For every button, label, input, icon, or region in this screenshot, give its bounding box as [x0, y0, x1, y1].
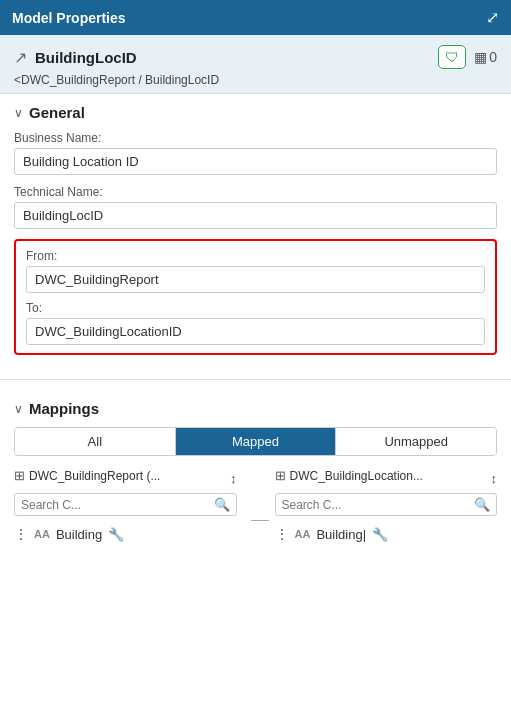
right-table-icon: ⊞ — [275, 468, 286, 483]
business-name-label: Business Name: — [14, 131, 497, 145]
from-to-box: From: To: — [14, 239, 497, 355]
grid-count: 0 — [489, 49, 497, 65]
technical-name-label: Technical Name: — [14, 185, 497, 199]
panel-title: Model Properties — [12, 10, 126, 26]
left-sort-icon[interactable]: ↕ — [230, 471, 237, 486]
model-properties-panel: Model Properties ⤢ ↗ BuildingLocID 🛡 ▦ 0… — [0, 0, 511, 720]
technical-name-group: Technical Name: — [14, 185, 497, 229]
entity-actions: 🛡 ▦ 0 — [438, 45, 497, 69]
right-column: ⊞ DWC_BuildingLocation... ↕ 🔍 ⋮ AA Build… — [275, 468, 498, 546]
panel-header: Model Properties ⤢ — [0, 0, 511, 35]
general-section-title: General — [29, 104, 85, 121]
mappings-section-title: Mappings — [29, 400, 99, 417]
mappings-chevron-icon: ∨ — [14, 402, 23, 416]
mapping-columns: ⊞ DWC_BuildingReport (... ↕ 🔍 ⋮ AA Build… — [14, 468, 497, 546]
left-search-icon[interactable]: 🔍 — [214, 497, 230, 512]
general-section-header[interactable]: ∨ General — [14, 104, 497, 121]
section-divider — [0, 379, 511, 380]
entity-title-left: ↗ BuildingLocID — [14, 48, 137, 67]
link-connector — [247, 468, 265, 546]
from-group: From: — [26, 249, 485, 293]
right-item-prefix: AA — [295, 528, 311, 540]
left-item-label: Building — [56, 527, 102, 542]
breadcrumb[interactable]: <DWC_BuildingReport / BuildingLocID — [14, 73, 497, 87]
left-item-prefix: AA — [34, 528, 50, 540]
right-sort-icon[interactable]: ↕ — [491, 471, 498, 486]
general-section: ∨ General Business Name: Technical Name:… — [0, 94, 511, 375]
right-wrench-icon[interactable]: 🔧 — [372, 527, 388, 542]
left-mapping-row: ⋮ AA Building 🔧 — [14, 522, 237, 546]
grid-button[interactable]: ▦ 0 — [474, 49, 497, 65]
mappings-section-header[interactable]: ∨ Mappings — [14, 400, 497, 417]
entity-header: ↗ BuildingLocID 🛡 ▦ 0 <DWC_BuildingRepor… — [0, 35, 511, 94]
breadcrumb-sep: / — [135, 73, 145, 87]
left-table-icon: ⊞ — [14, 468, 25, 483]
right-item-label: Building| — [316, 527, 366, 542]
left-kebab-icon[interactable]: ⋮ — [14, 526, 28, 542]
left-column: ⊞ DWC_BuildingReport (... ↕ 🔍 ⋮ AA Build… — [14, 468, 237, 546]
from-label: From: — [26, 249, 485, 263]
right-col-header-row: ⊞ DWC_BuildingLocation... ↕ — [275, 468, 498, 489]
entity-title-row: ↗ BuildingLocID 🛡 ▦ 0 — [14, 45, 497, 69]
left-search-row: 🔍 — [14, 493, 237, 516]
business-name-group: Business Name: — [14, 131, 497, 175]
shield-icon: 🛡 — [445, 49, 459, 65]
right-search-input[interactable] — [282, 498, 471, 512]
left-col-header: ⊞ DWC_BuildingReport (... — [14, 468, 160, 483]
breadcrumb-current: BuildingLocID — [145, 73, 219, 87]
tab-unmapped[interactable]: Unmapped — [336, 428, 496, 455]
expand-icon[interactable]: ⤢ — [486, 8, 499, 27]
shield-button[interactable]: 🛡 — [438, 45, 466, 69]
left-col-title: DWC_BuildingReport (... — [29, 469, 160, 483]
right-search-icon[interactable]: 🔍 — [474, 497, 490, 512]
business-name-input[interactable] — [14, 148, 497, 175]
to-label: To: — [26, 301, 485, 315]
general-chevron-icon: ∨ — [14, 106, 23, 120]
tab-all[interactable]: All — [15, 428, 176, 455]
left-wrench-icon[interactable]: 🔧 — [108, 527, 124, 542]
breadcrumb-link[interactable]: <DWC_BuildingReport — [14, 73, 135, 87]
left-search-input[interactable] — [21, 498, 210, 512]
right-mapping-row: ⋮ AA Building| 🔧 — [275, 522, 498, 546]
right-col-header: ⊞ DWC_BuildingLocation... — [275, 468, 423, 483]
entity-name: BuildingLocID — [35, 49, 137, 66]
left-col-header-row: ⊞ DWC_BuildingReport (... ↕ — [14, 468, 237, 489]
to-input[interactable] — [26, 318, 485, 345]
from-input[interactable] — [26, 266, 485, 293]
right-kebab-icon[interactable]: ⋮ — [275, 526, 289, 542]
technical-name-input[interactable] — [14, 202, 497, 229]
right-search-row: 🔍 — [275, 493, 498, 516]
entity-type-icon: ↗ — [14, 48, 27, 67]
tab-mapped[interactable]: Mapped — [176, 428, 337, 455]
mappings-tab-group: All Mapped Unmapped — [14, 427, 497, 456]
grid-icon: ▦ — [474, 49, 487, 65]
link-line — [251, 520, 269, 521]
mappings-section: ∨ Mappings All Mapped Unmapped ⊞ DWC_Bui… — [0, 390, 511, 720]
to-group: To: — [26, 301, 485, 345]
right-col-title: DWC_BuildingLocation... — [290, 469, 423, 483]
